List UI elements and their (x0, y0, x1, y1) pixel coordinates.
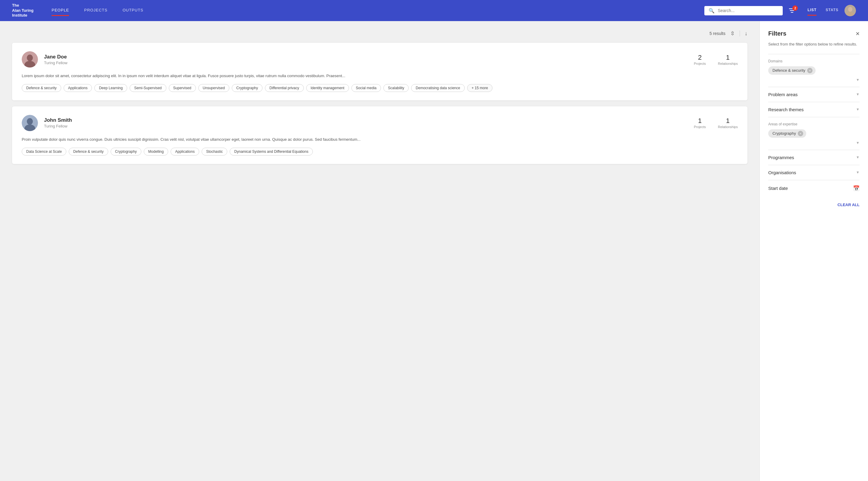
person-tags: Defence & securityApplicationsDeep Learn… (22, 84, 738, 92)
person-bio: Proin vulputate dolor quis nunc viverra … (22, 136, 738, 143)
clear-all-button[interactable]: CLEAR ALL (768, 196, 860, 207)
tag[interactable]: Applications (170, 148, 199, 156)
filter-section-title: Research themes (768, 107, 804, 112)
tag[interactable]: Defence & security (22, 84, 61, 92)
filter-section-research_themes: Research themes ▼ (768, 102, 860, 117)
person-avatar (22, 51, 38, 67)
person-name[interactable]: John Smith (44, 117, 688, 123)
view-tabs: LIST STATS (807, 8, 838, 13)
chevron-down-icon[interactable]: ▼ (856, 107, 860, 111)
person-stats: 1 Projects 1 Relationships (694, 117, 738, 129)
filter-section-programmes: Programmes ▼ (768, 150, 860, 165)
close-filters-button[interactable]: × (856, 30, 860, 37)
filters-subtitle: Select from the filter options below to … (768, 41, 860, 47)
filter-section-title: Problem areas (768, 92, 798, 97)
search-input[interactable] (718, 8, 778, 13)
tag[interactable]: Supervised (169, 84, 196, 92)
chevron-down-icon[interactable]: ▼ (856, 170, 860, 174)
filter-tag-remove-button[interactable]: × (798, 131, 803, 136)
tag[interactable]: Democratising data science (411, 84, 464, 92)
tag[interactable]: Scalability (383, 84, 409, 92)
person-info: Jane Doe Turing Fellow (44, 54, 688, 65)
person-role: Turing Fellow (44, 61, 688, 65)
chevron-down-icon[interactable]: ▼ (856, 141, 860, 145)
logo-line2: Alan Turing (12, 8, 33, 13)
filter-active-tags: Defence & security × (768, 66, 860, 75)
person-card: Jane Doe Turing Fellow 2 Projects 1 Rela… (12, 43, 747, 100)
filter-section-domains: Domains Defence & security × ▼ (768, 54, 860, 87)
tag[interactable]: Modelling (144, 148, 168, 156)
filter-button[interactable]: 2 (789, 8, 795, 13)
tag[interactable]: Data Science at Scale (22, 148, 66, 156)
filter-row[interactable]: Problem areas ▼ (768, 92, 860, 97)
filters-sidebar: Filters × Select from the filter options… (760, 21, 868, 481)
stat-projects: 1 Projects (694, 117, 706, 129)
stat-projects-label: Projects (694, 62, 706, 65)
filter-tag: Cryptography × (768, 129, 806, 138)
nav-projects[interactable]: PROJECTS (84, 8, 107, 13)
logo[interactable]: The Alan Turing Institute (12, 3, 33, 19)
avatar-image (844, 5, 856, 16)
filters-title: Filters (768, 30, 786, 37)
tag[interactable]: Cryptography (111, 148, 141, 156)
stat-projects: 2 Projects (694, 54, 706, 65)
header-right: 🔍 2 LIST STATS (704, 5, 856, 16)
avatar-svg (844, 5, 856, 16)
card-header: Jane Doe Turing Fellow 2 Projects 1 Rela… (22, 51, 738, 67)
chevron-down-icon[interactable]: ▼ (856, 78, 860, 82)
tag[interactable]: Defence & security (69, 148, 108, 156)
results-count: 5 results (710, 31, 725, 36)
stat-projects-label: Projects (694, 125, 706, 129)
main-layout: 5 results ⇳ ↓ Jane Doe Turing Fellow 2 (0, 21, 868, 481)
search-bar[interactable]: 🔍 (704, 6, 783, 15)
filter-sections: Domains Defence & security × ▼ Problem a… (768, 54, 860, 196)
tag[interactable]: Social media (351, 84, 381, 92)
tab-stats[interactable]: STATS (826, 8, 838, 13)
filter-active-tags: Cryptography × (768, 129, 860, 138)
filters-header: Filters × (768, 30, 860, 37)
filter-label: Areas of expertise (768, 122, 860, 126)
search-icon: 🔍 (709, 8, 715, 13)
tag[interactable]: Identity management (306, 84, 349, 92)
tab-list[interactable]: LIST (807, 8, 816, 13)
tag-more[interactable]: + 15 more (467, 84, 493, 92)
filter-tag-label: Defence & security (772, 68, 805, 73)
filter-tag-remove-button[interactable]: × (807, 68, 812, 73)
tag[interactable]: Dynamical Systems and Differential Equat… (230, 148, 313, 156)
filter-row[interactable]: Research themes ▼ (768, 107, 860, 112)
nav-people[interactable]: PEOPLE (52, 8, 69, 13)
header: The Alan Turing Institute PEOPLE PROJECT… (0, 0, 868, 21)
tag[interactable]: Cryptography (232, 84, 262, 92)
svg-point-7 (27, 55, 33, 61)
tag[interactable]: Deep Learning (94, 84, 127, 92)
filter-row: ▼ (768, 141, 860, 145)
filter-row[interactable]: Organisations ▼ (768, 170, 860, 175)
calendar-icon[interactable]: 📅 (853, 185, 860, 192)
tag[interactable]: Differential privacy (265, 84, 304, 92)
person-avatar (22, 115, 38, 131)
stat-relationships-num: 1 (718, 117, 738, 125)
person-role: Turing Fellow (44, 124, 688, 128)
filter-row[interactable]: Start date 📅 (768, 185, 860, 192)
filter-section-areas_of_expertise: Areas of expertise Cryptography × ▼ (768, 117, 860, 150)
avatar-svg (22, 51, 38, 67)
tag[interactable]: Unsupervised (198, 84, 229, 92)
download-icon[interactable]: ↓ (745, 30, 747, 37)
avatar[interactable] (844, 5, 856, 16)
tag[interactable]: Semi-Supervised (130, 84, 166, 92)
filter-label: Domains (768, 59, 860, 63)
filter-row[interactable]: Programmes ▼ (768, 155, 860, 160)
card-header: John Smith Turing Fellow 1 Projects 1 Re… (22, 115, 738, 131)
nav-outputs[interactable]: OUTPUTS (123, 8, 144, 13)
stat-projects-num: 2 (694, 54, 706, 62)
tag[interactable]: Stochastic (202, 148, 227, 156)
chevron-down-icon[interactable]: ▼ (856, 92, 860, 96)
filter-section-title: Organisations (768, 170, 796, 175)
stat-relationships-label: Relationships (718, 125, 738, 129)
chevron-down-icon[interactable]: ▼ (856, 155, 860, 159)
tag[interactable]: Applications (64, 84, 92, 92)
svg-point-4 (848, 7, 852, 12)
person-name[interactable]: Jane Doe (44, 54, 688, 60)
person-card: John Smith Turing Fellow 1 Projects 1 Re… (12, 106, 747, 164)
sort-icon[interactable]: ⇳ (730, 30, 735, 37)
